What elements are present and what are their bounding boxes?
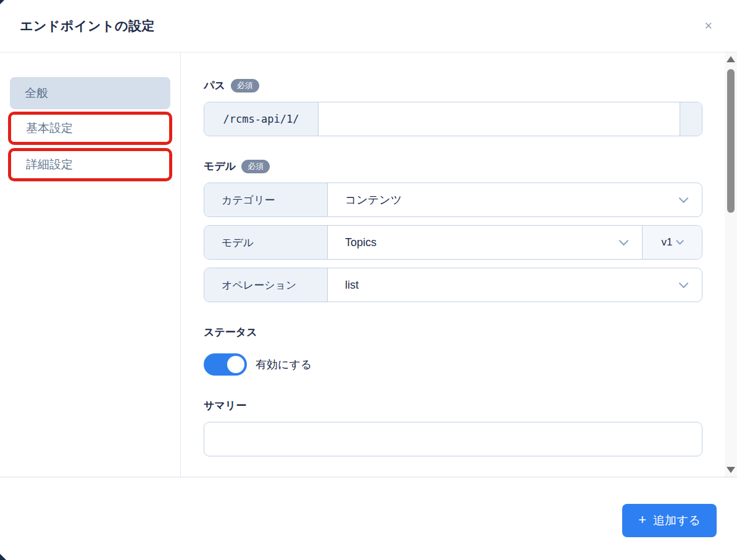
modal-title: エンドポイントの設定 [20,17,155,35]
model-version-value: v1 [662,236,673,249]
summary-label-row: サマリー [204,398,702,413]
model-select-value: Topics [345,236,377,249]
chevron-down-icon [679,279,689,289]
model-version-select[interactable]: v1 [642,226,702,259]
status-toggle-row: 有効にする [204,353,702,376]
toggle-knob [227,356,244,373]
path-label: パス [204,78,225,93]
plus-icon: + [638,513,646,527]
chevron-down-icon [679,194,689,204]
path-suffix-addon [680,102,702,136]
model-rows: カテゴリー コンテンツ モデル Topics v1 [204,183,702,302]
status-toggle[interactable] [204,353,247,376]
model-select[interactable]: Topics [328,226,642,259]
endpoint-settings-modal: エンドポイントの設定 × 全般 基本設定 詳細設定 パス 必須 /rcms-ap… [0,0,737,560]
operation-select-value: list [345,279,359,292]
status-label: ステータス [204,325,257,339]
tab-general[interactable]: 全般 [10,77,170,109]
add-button-label: 追加する [653,513,701,529]
cursor-artifact [0,0,4,4]
summary-label: サマリー [204,398,246,413]
model-row: モデル Topics v1 [204,225,702,260]
path-input[interactable] [319,102,680,136]
required-badge: 必須 [241,160,270,173]
cursor-artifact [0,554,6,560]
scrollbar-thumb[interactable] [727,69,735,213]
path-prefix: /rcms-api/1/ [204,102,319,136]
tab-basic-settings[interactable]: 基本設定 [11,115,169,142]
modal-header: エンドポイントの設定 × [0,0,737,52]
model-label-row: モデル 必須 [204,159,702,173]
close-icon[interactable]: × [704,19,712,33]
category-select-value: コンテンツ [345,192,402,207]
modal-footer: + 追加する [0,477,737,560]
required-badge: 必須 [231,79,259,93]
settings-tab-list: 全般 基本設定 詳細設定 [0,52,181,477]
add-button[interactable]: + 追加する [622,504,717,537]
scrollbar[interactable] [725,52,737,477]
modal-body: 全般 基本設定 詳細設定 パス 必須 /rcms-api/1/ モデル [0,52,737,477]
operation-row: オペレーション list [204,268,702,302]
path-label-row: パス 必須 [204,78,702,93]
scroll-down-arrow-icon[interactable] [727,467,735,473]
status-label-row: ステータス [204,325,702,339]
settings-form: パス 必須 /rcms-api/1/ モデル 必須 カテゴリー コンテンツ [181,52,737,477]
summary-input[interactable] [204,422,702,456]
model-addon-label: モデル [204,226,328,259]
chevron-down-icon [677,237,685,245]
scroll-up-arrow-icon[interactable] [727,56,735,62]
chevron-down-icon [619,236,629,246]
category-addon-label: カテゴリー [204,183,328,216]
tab-advanced-settings[interactable]: 詳細設定 [11,151,169,178]
path-input-group: /rcms-api/1/ [204,102,702,136]
model-label: モデル [204,159,236,173]
operation-select[interactable]: list [328,268,702,302]
annotation-box-advanced: 詳細設定 [8,148,172,181]
operation-addon-label: オペレーション [204,268,328,302]
category-select[interactable]: コンテンツ [328,183,702,216]
category-row: カテゴリー コンテンツ [204,183,702,217]
status-toggle-label: 有効にする [256,357,312,372]
annotation-box-basic: 基本設定 [8,112,172,145]
